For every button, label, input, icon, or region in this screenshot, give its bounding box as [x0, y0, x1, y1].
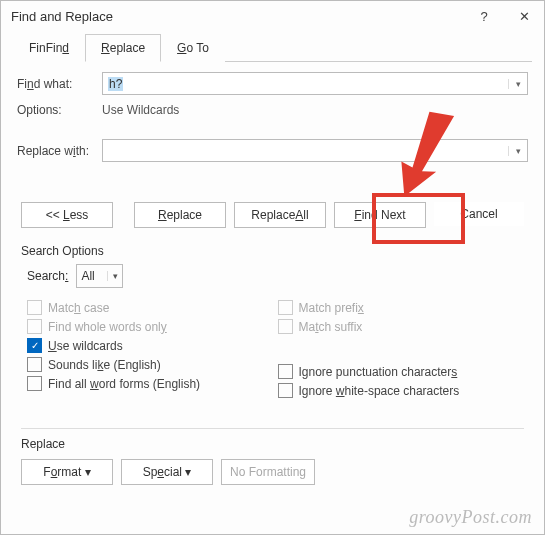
find-what-row: Find what: h? ▾ [17, 72, 528, 95]
content-area: Find what: h? ▾ Options: Use Wildcards R… [1, 62, 544, 503]
replace-all-button[interactable]: Replace All [234, 202, 326, 228]
replace-section-title: Replace [21, 437, 528, 451]
replace-with-label: Replace with: [17, 144, 102, 158]
checkbox-icon [27, 300, 42, 315]
special-button[interactable]: Special ▾ [121, 459, 213, 485]
search-options-title: Search Options [21, 244, 528, 258]
tab-find[interactable]: FinFindFind [13, 34, 85, 62]
close-button[interactable]: ✕ [504, 1, 544, 31]
search-direction-value: All [81, 269, 94, 283]
help-button[interactable]: ? [464, 1, 504, 31]
options-right-col: Match prefix Match suffix Ignore punctua… [278, 296, 529, 402]
checkbox-icon [278, 364, 293, 379]
tab-goto[interactable]: Go To [161, 34, 225, 62]
options-grid: Match case Find whole words only ✓ Use w… [17, 296, 528, 402]
checkbox-icon [278, 319, 293, 334]
titlebar: Find and Replace ? ✕ [1, 1, 544, 31]
search-direction-row: Search: All ▾ [27, 264, 528, 288]
checkbox-icon [278, 383, 293, 398]
options-value: Use Wildcards [102, 103, 179, 117]
checkbox-icon [27, 357, 42, 372]
search-direction-label: Search: [27, 269, 68, 283]
chk-word-forms[interactable]: Find all word forms (English) [27, 376, 278, 391]
tabstrip: FinFindFind Replace Go To [13, 33, 532, 62]
checkbox-icon [27, 319, 42, 334]
spacer [278, 338, 529, 360]
options-row: Options: Use Wildcards [17, 103, 528, 117]
chevron-down-icon[interactable]: ▾ [508, 146, 527, 156]
replace-with-input[interactable]: ▾ [102, 139, 528, 162]
chk-use-wildcards[interactable]: ✓ Use wildcards [27, 338, 278, 353]
checkbox-icon: ✓ [27, 338, 42, 353]
find-replace-dialog: Find and Replace ? ✕ FinFindFind Replace… [0, 0, 545, 535]
chk-match-suffix: Match suffix [278, 319, 529, 334]
chk-ignore-punctuation[interactable]: Ignore punctuation characters [278, 364, 529, 379]
checkbox-icon [278, 300, 293, 315]
cancel-button[interactable]: Cancel [434, 202, 524, 226]
chk-match-prefix: Match prefix [278, 300, 529, 315]
window-title: Find and Replace [11, 9, 464, 24]
less-button[interactable]: << Less [21, 202, 113, 228]
options-label: Options: [17, 103, 102, 117]
watermark: groovyPost.com [409, 507, 532, 528]
find-next-button[interactable]: Find Next [334, 202, 426, 228]
replace-with-row: Replace with: ▾ [17, 139, 528, 162]
chk-sounds-like[interactable]: Sounds like (English) [27, 357, 278, 372]
chk-ignore-whitespace[interactable]: Ignore white-space characters [278, 383, 529, 398]
chevron-down-icon[interactable]: ▾ [107, 271, 118, 281]
find-what-value: h? [108, 77, 123, 91]
no-formatting-button: No Formatting [221, 459, 315, 485]
checkbox-icon [27, 376, 42, 391]
button-row: << Less Replace Replace All Find Next Ca… [17, 202, 528, 238]
chevron-down-icon[interactable]: ▾ [508, 79, 527, 89]
format-button[interactable]: Format ▾ [21, 459, 113, 485]
chk-match-case: Match case [27, 300, 278, 315]
replace-button[interactable]: Replace [134, 202, 226, 228]
options-left-col: Match case Find whole words only ✓ Use w… [27, 296, 278, 402]
find-what-label: Find what: [17, 77, 102, 91]
find-what-input[interactable]: h? ▾ [102, 72, 528, 95]
chk-whole-words: Find whole words only [27, 319, 278, 334]
divider [21, 428, 524, 429]
search-direction-select[interactable]: All ▾ [76, 264, 122, 288]
tab-replace[interactable]: Replace [85, 34, 161, 62]
format-row: Format ▾ Special ▾ No Formatting [21, 459, 524, 485]
